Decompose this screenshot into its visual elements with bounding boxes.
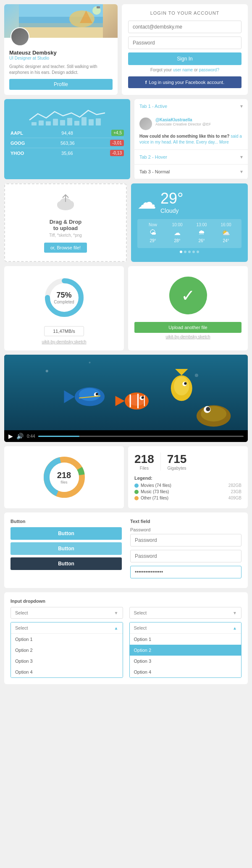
left-option-2[interactable]: Option 2 — [11, 645, 123, 656]
upload-another-button[interactable]: Upload another file — [134, 322, 242, 333]
email-input[interactable] — [128, 21, 242, 33]
accordion-user: @KasiaKlustraella Associate Creative Dir… — [139, 118, 243, 130]
done-circle: ✓ — [169, 277, 207, 314]
gigabytes-label: Gigabytes — [167, 466, 187, 471]
forecast-icon-now: 🌤 — [141, 229, 165, 237]
progress-percent: 75% — [54, 291, 74, 300]
profile-button[interactable]: Profile — [9, 79, 113, 90]
svg-point-27 — [195, 374, 198, 377]
video-player: ▶ 🔊 0:44 — [4, 355, 248, 442]
forecast-temps: 29° 28° 26° 24° — [141, 238, 238, 243]
dragdrop-sub: Tiff, *sketch, *png — [49, 233, 82, 238]
yhoo-symbol: YHOO — [10, 151, 24, 156]
stock-card: AAPL 94,48 +4,5 GOOG 563,36 -3,01 YHOO 3… — [4, 99, 130, 179]
cloud-icon: ☁ — [137, 191, 156, 213]
dropdown-section: Input dropdown Select ▼ Select ▼ Select … — [4, 592, 248, 684]
right-option-2[interactable]: Option 2 — [130, 645, 242, 656]
chevron-down-icon-2: ▾ — [240, 154, 243, 160]
play-button[interactable]: ▶ — [8, 433, 13, 439]
forgot-username-link[interactable]: user name — [173, 68, 193, 72]
facebook-login-button[interactable]: f Log in using your Facebook account. — [128, 76, 242, 88]
tf-input-3[interactable] — [130, 566, 242, 578]
svg-point-43 — [174, 376, 189, 395]
accordion-body-1: @KasiaKlustraella Associate Creative Dir… — [134, 113, 248, 149]
ui-button-2[interactable]: Button — [10, 542, 122, 555]
dropdown-left-open: Select ▲ Option 1 Option 2 Option 3 Opti… — [10, 622, 123, 678]
forecast-time-1000: 10:00 — [165, 222, 189, 227]
files-stat: 218 Files — [134, 452, 154, 471]
stats-donut-number: 218 — [57, 471, 71, 480]
legend-other-text: Other (71 files) — [141, 496, 228, 500]
profile-desc: Graphic designer and teacher. Still walk… — [9, 64, 113, 76]
forecast-temp-1600: 24° — [214, 238, 238, 243]
dot-5[interactable] — [197, 251, 199, 253]
svg-point-32 — [96, 393, 98, 395]
tf-label-1: Password — [130, 527, 242, 532]
svg-rect-14 — [81, 117, 87, 125]
dragdrop-card: Drag & Dropto upload Tiff, *sketch, *png… — [4, 183, 127, 262]
weather-condition: Cloudy — [160, 207, 183, 214]
forecast-time-now: Now — [141, 222, 165, 227]
aapl-change: +4,5 — [111, 130, 124, 136]
accordion-item-3: Tab 3 - Normal ▾ — [134, 165, 248, 179]
left-option-1[interactable]: Option 1 — [11, 634, 123, 645]
video-progress-bar[interactable] — [38, 436, 244, 437]
left-option-3[interactable]: Option 3 — [11, 656, 123, 667]
temperature: 29° — [160, 190, 183, 207]
yhoo-value: 35,66 — [61, 151, 73, 156]
ui-button-3[interactable]: Button — [10, 557, 122, 570]
accordion-tab2[interactable]: Tab 2 - Hover ▾ — [134, 150, 248, 164]
right-option-3[interactable]: Option 3 — [130, 656, 242, 667]
progress-label: Completed — [54, 300, 74, 304]
gigabytes-stat: 715 Gigabytes — [167, 452, 187, 471]
tf-input-2[interactable] — [130, 550, 242, 562]
dropdown-section-label: Input dropdown — [10, 599, 242, 604]
goog-change: -3,01 — [110, 140, 124, 146]
accordion-tab3[interactable]: Tab 3 - Normal ▾ — [134, 165, 248, 179]
dot-4[interactable] — [192, 251, 195, 253]
facebook-label: Log in using your Facebook account. — [149, 80, 224, 85]
tf-input-1[interactable] — [130, 534, 242, 546]
tab2-label: Tab 2 - Hover — [139, 154, 167, 159]
select-right-header-value: Select — [134, 625, 147, 630]
weather-forecast: Now 10:00 13:00 16:00 🌤 ☁ 🌧 ⛅ 29° 28° 26… — [137, 219, 242, 248]
profile-cover — [4, 4, 118, 38]
svg-rect-11 — [60, 120, 65, 125]
forecast-time-1300: 13:00 — [189, 222, 214, 227]
dropdown-left-closed: Select ▼ — [10, 607, 123, 622]
donut-chart: 75% Completed — [43, 277, 85, 319]
password-input[interactable] — [128, 37, 242, 49]
select-closed-left[interactable]: Select ▼ — [10, 607, 123, 619]
dot-2[interactable] — [184, 251, 186, 253]
accordion-avatar — [139, 118, 152, 130]
left-option-4[interactable]: Option 4 — [11, 667, 123, 677]
progress-card: 75% Completed 11,47MB/s uikit-by-dembsky… — [4, 266, 124, 350]
right-option-4[interactable]: Option 4 — [130, 667, 242, 677]
upload-speed: 11,47MB/s — [44, 326, 84, 336]
dot-1[interactable] — [180, 251, 182, 253]
weather-card: ☁ 29° Cloudy Now 10:00 13:00 16:00 🌤 ☁ 🌧… — [131, 183, 248, 262]
goog-symbol: GOOG — [10, 141, 25, 146]
svg-rect-10 — [53, 119, 58, 125]
select-closed-right[interactable]: Select ▼ — [129, 607, 242, 619]
ui-button-1[interactable]: Button — [10, 527, 122, 540]
accordion-more-link[interactable]: More — [218, 140, 229, 144]
accordion-tab1[interactable]: Tab 1 - Active ▾ — [134, 99, 248, 113]
select-closed-left-value: Select — [15, 610, 28, 615]
dragdrop-title: Drag & Dropto upload — [50, 219, 82, 231]
legend-dot-other — [134, 496, 139, 500]
video-scene-svg — [4, 355, 248, 430]
select-open-left-header[interactable]: Select ▲ — [11, 622, 123, 634]
select-open-right-header[interactable]: Select ▲ — [130, 622, 242, 634]
legend-other-size: 409GB — [228, 496, 242, 500]
right-option-1[interactable]: Option 1 — [130, 634, 242, 645]
chevron-up-icon-right: ▲ — [233, 626, 237, 630]
forgot-password-link[interactable]: password? — [199, 68, 219, 72]
legend-title: Legend: — [134, 476, 242, 481]
svg-rect-8 — [39, 120, 44, 125]
volume-button[interactable]: 🔊 — [16, 433, 24, 439]
legend-dot-music — [134, 490, 139, 494]
dot-3[interactable] — [188, 251, 191, 253]
browse-button[interactable]: or, Browse file! — [44, 243, 87, 253]
signin-button[interactable]: Sign In — [128, 52, 242, 65]
